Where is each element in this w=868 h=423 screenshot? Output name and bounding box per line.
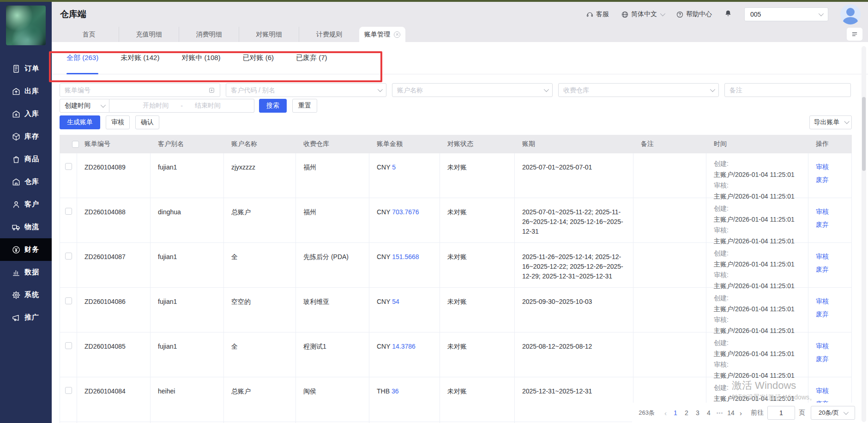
status-tab-all[interactable]: 全部 (263) [66,42,98,74]
export-bill-button[interactable]: 导出账单 [809,115,852,129]
audit-button[interactable]: 审核 [106,115,130,129]
tab-list-button[interactable] [847,28,862,41]
table-row: ZD260104086 fujian1 空空的 玻利维亚 CNY 54 未对账 … [60,288,852,332]
created-value: 主账户/2026-01-04 11:25:01 [714,304,802,315]
row-checkbox[interactable] [65,163,72,170]
status-tab-reconciled[interactable]: 已对账 (6) [243,42,274,74]
cell-actions: 审核 废弃 [808,198,852,247]
sidebar-item-label: 库存 [24,132,39,141]
column-header: 操作 [808,140,852,148]
sidebar-item-promotion[interactable]: 推广 [0,306,52,329]
vertical-scrollbar[interactable] [862,46,866,422]
discard-link[interactable]: 废弃 [816,354,845,364]
row-checkbox[interactable] [65,253,72,260]
remark-input[interactable] [724,83,851,97]
page-number-2[interactable]: 2 [681,409,692,417]
row-checkbox[interactable] [65,208,72,215]
multi-input-icon [208,87,215,94]
charge-warehouse-select[interactable] [558,83,719,97]
avatar-head [846,8,855,16]
sidebar-item-customers[interactable]: 客户 [0,193,52,216]
discard-link[interactable]: 废弃 [816,265,845,274]
language-select[interactable]: 简体中文 [621,10,664,18]
audit-link[interactable]: 审核 [816,162,845,172]
sidebar-item-orders[interactable]: 订单 [0,57,52,80]
sidebar-item-warehouse[interactable]: 仓库 [0,170,52,193]
page-size-select[interactable]: 20条/页 [811,406,855,420]
amount-value[interactable]: 151.5668 [392,253,419,260]
audit-link[interactable]: 审核 [816,386,845,396]
list-icon [851,30,858,38]
notification-bell-icon[interactable] [724,9,732,19]
generate-bill-button[interactable]: 生成账单 [60,115,100,129]
close-tab-icon[interactable] [394,31,400,38]
sidebar-item-outbound[interactable]: 出库 [0,80,52,103]
customer-code-field[interactable] [231,86,377,94]
date-range-picker[interactable]: 开始时间 - 结束时间 [109,99,254,113]
account-select[interactable]: 005 [744,7,828,21]
sidebar-item-label: 系统 [24,290,39,299]
tab-bill-management[interactable]: 账单管理 [359,27,405,42]
sidebar-item-finance[interactable]: 财务 [0,238,52,261]
cell-account-name: 全 [224,332,296,381]
tab-reconcile-detail[interactable]: 对账明细 [239,27,299,42]
page-number-4[interactable]: 4 [703,409,714,417]
sidebar-item-goods[interactable]: 商品 [0,148,52,170]
confirm-button[interactable]: 确认 [135,115,159,129]
page-number-1[interactable]: 1 [670,409,681,417]
promotion-icon [12,313,21,322]
cell-charge-warehouse: 福州 [296,153,369,202]
amount-value[interactable]: 703.7676 [392,208,419,216]
discard-link[interactable]: 废弃 [816,175,845,185]
discard-link[interactable]: 废弃 [816,309,845,319]
cell-amount: CNY 151.5668 [369,243,440,291]
customer-code-select[interactable] [226,83,386,97]
support-link[interactable]: 客服 [586,10,609,18]
tab-billing-rules[interactable]: 计费规则 [299,27,359,42]
prev-page-icon[interactable]: ‹ [661,409,670,417]
avatar[interactable] [840,4,861,24]
next-page-icon[interactable]: › [736,409,745,417]
time-type-select[interactable]: 创建时间 [60,99,109,113]
discard-link[interactable]: 废弃 [816,220,845,230]
status-tab-discarded[interactable]: 已废弃 (7) [296,42,327,74]
row-checkbox[interactable] [65,297,72,304]
sidebar-item-inventory[interactable]: 库存 [0,125,52,148]
search-button[interactable]: 搜索 [259,99,287,113]
scrollbar-thumb[interactable] [862,97,866,171]
audit-link[interactable]: 审核 [816,252,845,261]
amount-value[interactable]: 36 [392,387,399,395]
sidebar-item-system[interactable]: 系统 [0,284,52,306]
page-number-3[interactable]: 3 [692,409,703,417]
amount-value[interactable]: 54 [392,298,399,305]
sidebar-item-data[interactable]: 数据 [0,261,52,284]
help-link[interactable]: 帮助中心 [676,10,712,18]
row-checkbox[interactable] [65,387,72,394]
bill-no-input[interactable] [60,83,220,97]
audit-link[interactable]: 审核 [816,341,845,351]
tab-home[interactable]: 首页 [59,27,119,42]
cell-bill-no: ZD260104086 [77,288,151,336]
amount-value[interactable]: 14.3786 [392,343,416,350]
audit-link[interactable]: 审核 [816,207,845,217]
goto-page-input[interactable] [767,406,795,420]
bill-no-field[interactable] [65,86,208,94]
page-ellipsis-icon[interactable]: ••• [714,410,725,416]
account-name-field[interactable] [397,86,543,94]
time-type-value: 创建时间 [65,102,90,110]
charge-warehouse-field[interactable] [563,86,709,94]
status-tab-reconciling[interactable]: 对账中 (108) [181,42,220,74]
audit-link[interactable]: 审核 [816,296,845,306]
remark-field[interactable] [729,86,846,94]
account-name-select[interactable] [392,83,553,97]
amount-value[interactable]: 5 [392,163,396,171]
page-number-last[interactable]: 14 [725,409,736,417]
status-tab-unreconciled[interactable]: 未对账 (142) [121,42,159,74]
row-checkbox[interactable] [65,342,72,349]
sidebar-item-inbound[interactable]: 入库 [0,103,52,125]
sidebar-item-logistics[interactable]: 物流 [0,216,52,238]
column-header: 收费仓库 [296,140,369,148]
tab-consume-detail[interactable]: 消费明细 [179,27,239,42]
tab-recharge-detail[interactable]: 充值明细 [119,27,179,42]
reset-button[interactable]: 重置 [292,99,317,113]
